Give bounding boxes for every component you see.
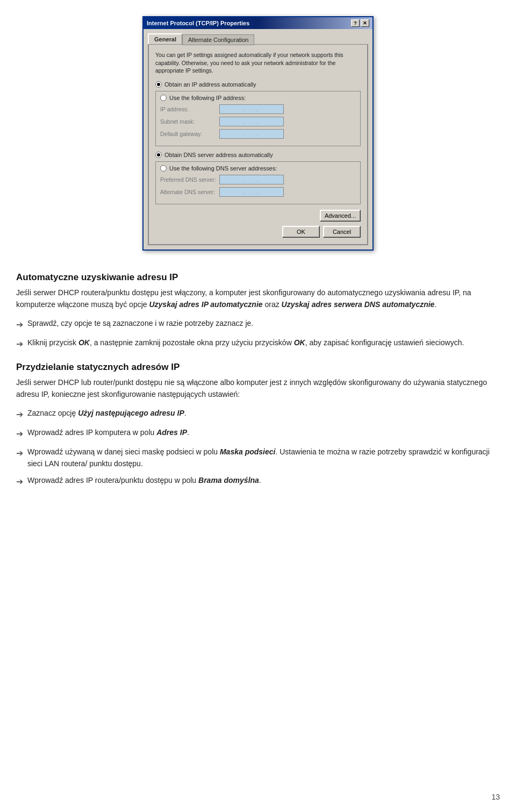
subnet-mask-input[interactable]: . . . [219,117,284,126]
info-text: You can get IP settings assigned automat… [155,51,361,75]
arrow-icon-4: ➔ [16,428,23,441]
bullet2-text: Kliknij przycisk OK, a następnie zamknij… [27,337,464,349]
section1-bold1: Uzyskaj adres IP automatycznie [149,300,262,309]
section2-paragraph: Jeśli serwer DHCP lub router/punkt dostę… [16,377,500,400]
bullet6-text: Wprowadź adres IP routera/punktu dostępu… [27,475,261,487]
cancel-button[interactable]: Cancel [323,226,361,238]
gateway-input[interactable]: . . . [219,129,284,139]
dialog-title: Internet Protocol (TCP/IP) Properties [147,20,249,26]
radio-ip-manual-circle[interactable] [160,95,167,101]
radio-ip-auto-label: Obtain an IP address automatically [164,81,256,88]
radio-dns-manual-label: Use the following DNS server addresses: [169,165,277,172]
tabs-row: General Alternate Configuration [148,33,368,44]
gateway-label: Default gateway: [160,131,219,137]
bullet4-text: Wprowadź adres IP komputera w polu Adres… [27,427,189,439]
section1-bold2: Uzyskaj adres serwera DNS automatycznie [282,300,435,309]
subnet-mask-row: Subnet mask: . . . [160,117,356,126]
bullet-item-3: ➔ Zaznacz opcję Użyj następującego adres… [16,408,500,422]
radio-ip-auto-circle[interactable] [155,81,162,88]
bullet5-text: Wprowadź używaną w danej sieci maskę pod… [27,446,500,469]
tab-content: You can get IP settings assigned automat… [148,44,368,245]
tab-alternate[interactable]: Alternate Configuration [182,34,255,45]
preferred-dns-row: Preferred DNS server: . . . [160,175,356,184]
screenshot-area: Internet Protocol (TCP/IP) Properties ? … [0,0,516,261]
ip-address-label: IP address: [160,106,219,112]
radio-dns-manual-circle[interactable] [160,165,167,172]
radio-ip-auto[interactable]: Obtain an IP address automatically [155,81,361,88]
page-number: 13 [491,793,500,801]
alternate-dns-label: Alternate DNS server: [160,189,219,195]
ok-button[interactable]: OK [282,226,320,238]
advanced-button[interactable]: Advanced... [320,210,361,222]
bullet-item-2: ➔ Kliknij przycisk OK, a następnie zamkn… [16,337,500,351]
bullet-item-1: ➔ Sprawdź, czy opcje te są zaznaczone i … [16,318,500,332]
section1-paragraph: Jeśli serwer DHCP routera/punktu dostępu… [16,287,500,310]
radio-dns-auto-circle[interactable] [155,152,162,158]
radio-ip-manual[interactable]: Use the following IP address: [160,95,356,101]
section2-heading: Przydzielanie statycznych adresów IP [16,362,500,373]
preferred-dns-label: Preferred DNS server: [160,176,219,183]
subnet-mask-label: Subnet mask: [160,118,219,125]
radio-dns-auto[interactable]: Obtain DNS server address automatically [155,152,361,158]
arrow-icon-1: ➔ [16,318,23,332]
help-button[interactable]: ? [351,19,360,27]
alternate-dns-row: Alternate DNS server: . . . [160,187,356,197]
bullet-item-5: ➔ Wprowadź używaną w danej sieci maskę p… [16,446,500,469]
arrow-icon-5: ➔ [16,447,23,460]
dialog-buttons: OK Cancel [155,226,361,238]
dialog-window: Internet Protocol (TCP/IP) Properties ? … [142,16,374,251]
radio-dns-manual[interactable]: Use the following DNS server addresses: [160,165,356,172]
advanced-row: Advanced... [155,210,361,222]
arrow-icon-6: ➔ [16,475,23,489]
section1-heading: Automatyczne uzyskiwanie adresu IP [16,272,500,283]
bullet-item-6: ➔ Wprowadź adres IP routera/punktu dostę… [16,475,500,489]
ip-group-box: Use the following IP address: IP address… [155,91,361,146]
close-button[interactable]: ✕ [361,19,369,27]
tab-general[interactable]: General [148,33,182,44]
bullet1-text: Sprawdź, czy opcje te są zaznaczone i w … [27,318,253,330]
preferred-dns-input[interactable]: . . . [219,175,284,184]
arrow-icon-2: ➔ [16,338,23,351]
arrow-icon-3: ➔ [16,408,23,422]
dialog-body: General Alternate Configuration You can … [144,29,372,250]
bullet3-text: Zaznacz opcję Użyj następującego adresu … [27,408,187,419]
radio-dns-auto-label: Obtain DNS server address automatically [164,152,273,158]
title-buttons: ? ✕ [351,19,369,27]
ip-address-row: IP address: . . . [160,104,356,114]
radio-ip-manual-label: Use the following IP address: [169,95,246,101]
section1-para-mid: oraz [263,300,282,309]
text-content: Automatyczne uzyskiwanie adresu IP Jeśli… [0,261,516,516]
dialog-titlebar: Internet Protocol (TCP/IP) Properties ? … [144,17,372,29]
section1-para-end: . [434,300,436,309]
alternate-dns-input[interactable]: . . . [219,187,284,197]
bullet-item-4: ➔ Wprowadź adres IP komputera w polu Adr… [16,427,500,441]
dns-group-box: Use the following DNS server addresses: … [155,161,361,204]
gateway-row: Default gateway: . . . [160,129,356,139]
ip-address-input[interactable]: . . . [219,104,284,114]
